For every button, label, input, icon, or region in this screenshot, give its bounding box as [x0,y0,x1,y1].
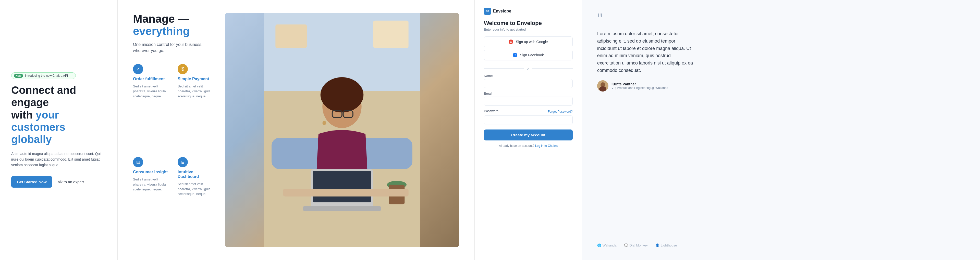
password-label: Password [484,109,498,113]
consumer-insight-desc: Sed sit amet velit pharetra, viverra lig… [133,177,170,192]
author-avatar [597,80,608,92]
dialmonkey-label: Dial Monkey [629,243,648,247]
svg-point-6 [321,77,364,113]
svg-rect-15 [283,189,409,197]
simple-payment-title: Simple Payment [178,77,215,81]
author-name: Kunte Panther [611,82,668,86]
forgot-password-link[interactable]: Forgot Password? [548,110,573,113]
main-title: Manage — everything [133,13,215,38]
create-account-button[interactable]: Create my account [484,130,573,140]
feature-consumer-insight: ▤ Consumer Insight Sed sit amet velit ph… [133,157,170,247]
content-inner: Manage — everything One mission control … [133,13,459,247]
facebook-icon: f [513,53,517,57]
brand-logo-lighthouse: 👤 Lighthouse [655,243,677,247]
intuitive-dashboard-icon: ⊞ [178,157,188,167]
name-label: Name [484,74,573,78]
password-field: Password Forgot Password? [484,109,573,124]
svg-rect-2 [275,24,307,48]
brand-icon: ✉ [484,8,491,15]
email-field: Email [484,92,573,106]
hero-photo [225,13,459,247]
google-icon: G [509,40,513,44]
brand-logos: 🌐 Wakanda 💬 Dial Monkey 👤 Lighthouse [597,243,965,247]
intuitive-dashboard-desc: Sed sit amet velit pharetra, viverra lig… [178,181,215,197]
name-input[interactable] [484,79,573,88]
svg-rect-3 [373,21,409,48]
brand-name: Envelope [493,9,511,14]
brand-logo-wakanda: 🌐 Wakanda [597,243,616,247]
login-link: Already have an account? Log in to Chakr… [484,144,573,147]
password-input[interactable] [484,116,573,124]
order-fulfillment-desc: Sed sit amet velit pharetra, viverra lig… [133,84,170,99]
svg-rect-12 [303,206,381,211]
main-title-highlight: everything [133,25,190,37]
feature-intuitive-dashboard: ⊞ Intuitive Dashboard Sed sit amet velit… [178,157,215,247]
quote-mark: " [597,13,965,25]
main-subtitle: One mission control for your business, w… [133,41,215,54]
hero-heading-line3: globally [11,133,52,145]
person-illustration [225,13,459,247]
new-badge-text: Introducing the new Chakra API [25,74,68,78]
divider: or [484,67,573,70]
new-badge-label: New [14,74,23,78]
author-title: VP, Product and Engineering @ Wakanda [611,86,668,90]
talk-to-expert-button[interactable]: Talk to an expert [56,180,84,184]
wakanda-icon: 🌐 [597,243,601,247]
wakanda-label: Wakanda [603,243,616,247]
features-col: Manage — everything One mission control … [133,13,215,247]
simple-payment-desc: Sed sit amet velit pharetra, viverra lig… [178,84,215,99]
lighthouse-icon: 👤 [655,243,659,247]
already-text: Already have an account? [499,144,535,147]
order-fulfillment-title: Order fulfillment [133,77,170,81]
testimonial-author: Kunte Panther VP, Product and Engineerin… [597,80,965,92]
quote-text: Lorem ipsum dolor sit amet, consectetur … [597,30,694,74]
simple-payment-icon: $ [178,64,188,74]
feature-simple-payment: $ Simple Payment Sed sit amet velit phar… [178,64,215,150]
hero-subtext: Anim aute id magna aliqua ad ad non dese… [11,151,106,168]
main-title-line1: Manage — [133,13,189,25]
signup-panel: ✉ Envelope Welcome to Envelope Enter you… [475,0,582,260]
order-fulfillment-icon: ✓ [133,64,143,74]
name-field: Name [484,74,573,88]
testimonial-panel: " Lorem ipsum dolor sit amet, consectetu… [582,0,980,260]
avatar-illustration [597,80,608,92]
hero-heading: Connect and engage with your customers g… [11,84,106,146]
email-input[interactable] [484,97,573,106]
hero-panel: New Introducing the new Chakra API → Con… [0,0,118,260]
testimonial-content: " Lorem ipsum dolor sit amet, consectetu… [597,13,965,92]
login-chakra-link[interactable]: Log in to Chakra [535,144,558,147]
consumer-insight-title: Consumer Insight [133,170,170,174]
brand-logo-dialmonkey: 💬 Dial Monkey [624,243,648,247]
google-signup-button[interactable]: G Sign up with Google [484,36,573,47]
facebook-signup-label: Sign Facebook [520,53,544,57]
password-row: Password Forgot Password? [484,109,573,114]
hero-heading-line1: Connect and engage [11,84,76,108]
signup-subtitle: Enter your info to get started [484,27,573,31]
get-started-button[interactable]: Get Started Now [11,176,52,188]
svg-point-16 [322,121,326,125]
google-signup-label: Sign up with Google [516,40,548,44]
email-label: Email [484,92,573,95]
svg-rect-11 [313,171,371,202]
dialmonkey-icon: 💬 [624,243,628,247]
feature-order-fulfillment: ✓ Order fulfillment Sed sit amet velit p… [133,64,170,150]
main-title-block: Manage — everything One mission control … [133,13,215,64]
hero-buttons: Get Started Now Talk to an expert [11,176,106,188]
brand-header: ✉ Envelope [484,8,573,15]
new-badge: New Introducing the new Chakra API → [11,72,76,79]
consumer-insight-icon: ▤ [133,157,143,167]
hero-heading-line2: with [11,109,36,121]
svg-point-19 [599,86,606,92]
facebook-signup-button[interactable]: f Sign Facebook [484,50,573,60]
content-panel: Manage — everything One mission control … [118,0,475,260]
divider-text: or [527,67,530,70]
lighthouse-label: Lighthouse [661,243,677,247]
intuitive-dashboard-title: Intuitive Dashboard [178,170,215,179]
signup-title: Welcome to Envelope [484,20,573,27]
features-grid: ✓ Order fulfillment Sed sit amet velit p… [133,64,215,247]
new-badge-arrow: → [70,74,73,78]
author-info: Kunte Panther VP, Product and Engineerin… [611,82,668,90]
